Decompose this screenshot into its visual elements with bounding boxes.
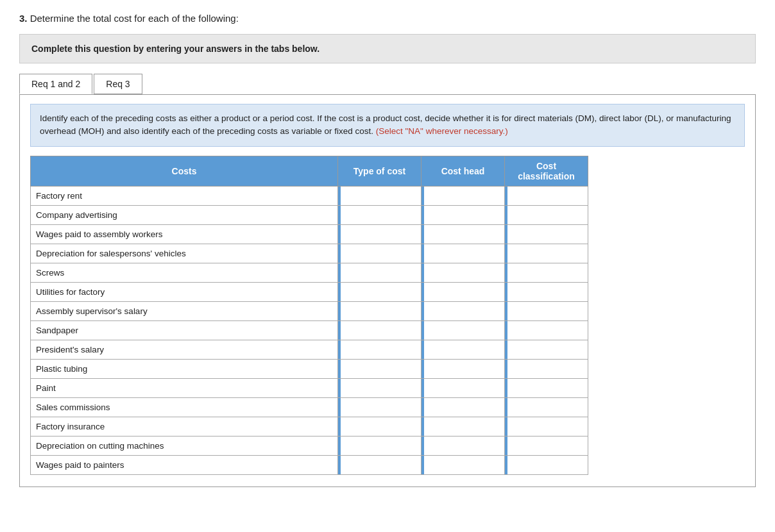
cost-classification-cell[interactable] bbox=[505, 244, 588, 263]
type-of-cost-cell[interactable] bbox=[338, 320, 422, 340]
tab-req1and2[interactable]: Req 1 and 2 bbox=[19, 74, 92, 94]
cost-head-cell[interactable] bbox=[422, 263, 505, 282]
cost-classification-cell[interactable] bbox=[505, 455, 588, 474]
cost-classification-cell[interactable] bbox=[505, 320, 588, 340]
cost-classification-input[interactable] bbox=[510, 228, 583, 240]
type-of-cost-input[interactable] bbox=[343, 324, 416, 337]
type-of-cost-input[interactable] bbox=[343, 420, 416, 433]
type-of-cost-input[interactable] bbox=[343, 228, 416, 240]
type-of-cost-cell[interactable] bbox=[338, 301, 422, 320]
cost-classification-cell[interactable] bbox=[505, 186, 588, 205]
cost-name-cell: Assembly supervisor's salary bbox=[31, 301, 338, 320]
cost-classification-cell[interactable] bbox=[505, 340, 588, 359]
cost-classification-input[interactable] bbox=[510, 440, 583, 452]
cost-name-cell: Sandpaper bbox=[31, 320, 338, 340]
type-of-cost-input[interactable] bbox=[343, 459, 416, 471]
instruction-box: Complete this question by entering your … bbox=[19, 34, 756, 63]
cost-classification-cell[interactable] bbox=[505, 205, 588, 224]
type-of-cost-cell[interactable] bbox=[338, 244, 422, 263]
cost-classification-input[interactable] bbox=[510, 420, 583, 433]
cost-classification-cell[interactable] bbox=[505, 224, 588, 244]
cost-classification-cell[interactable] bbox=[505, 359, 588, 378]
type-of-cost-cell[interactable] bbox=[338, 378, 422, 397]
type-of-cost-input[interactable] bbox=[343, 440, 416, 452]
cost-head-input[interactable] bbox=[427, 190, 499, 202]
table-row: Sales commissions bbox=[31, 397, 588, 417]
table-row: Paint bbox=[31, 378, 588, 397]
type-of-cost-input[interactable] bbox=[343, 401, 416, 413]
cost-head-cell[interactable] bbox=[422, 224, 505, 244]
cost-head-cell[interactable] bbox=[422, 244, 505, 263]
cost-head-cell[interactable] bbox=[422, 340, 505, 359]
type-of-cost-cell[interactable] bbox=[338, 397, 422, 417]
cost-classification-input[interactable] bbox=[510, 324, 583, 337]
cost-classification-input[interactable] bbox=[510, 209, 583, 221]
cost-head-cell[interactable] bbox=[422, 186, 505, 205]
cost-classification-input[interactable] bbox=[510, 401, 583, 413]
cost-head-input[interactable] bbox=[427, 344, 499, 356]
table-row: Screws bbox=[31, 263, 588, 282]
cost-classification-input[interactable] bbox=[510, 344, 583, 356]
type-of-cost-cell[interactable] bbox=[338, 359, 422, 378]
type-of-cost-cell[interactable] bbox=[338, 205, 422, 224]
cost-classification-input[interactable] bbox=[510, 459, 583, 471]
cost-classification-cell[interactable] bbox=[505, 417, 588, 436]
cost-table: Costs Type of cost Cost head Cost classi… bbox=[30, 156, 588, 475]
type-of-cost-input[interactable] bbox=[343, 209, 416, 221]
cost-head-cell[interactable] bbox=[422, 282, 505, 301]
cost-head-input[interactable] bbox=[427, 324, 499, 337]
cost-classification-cell[interactable] bbox=[505, 397, 588, 417]
cost-classification-cell[interactable] bbox=[505, 282, 588, 301]
cost-head-input[interactable] bbox=[427, 459, 499, 471]
type-of-cost-input[interactable] bbox=[343, 247, 416, 260]
cost-classification-input[interactable] bbox=[510, 382, 583, 394]
type-of-cost-cell[interactable] bbox=[338, 224, 422, 244]
cost-head-input[interactable] bbox=[427, 440, 499, 452]
type-of-cost-input[interactable] bbox=[343, 305, 416, 317]
type-of-cost-cell[interactable] bbox=[338, 417, 422, 436]
cost-head-input[interactable] bbox=[427, 401, 499, 413]
cost-head-cell[interactable] bbox=[422, 436, 505, 455]
type-of-cost-input[interactable] bbox=[343, 382, 416, 394]
cost-head-cell[interactable] bbox=[422, 320, 505, 340]
cost-head-cell[interactable] bbox=[422, 359, 505, 378]
cost-classification-input[interactable] bbox=[510, 190, 583, 202]
cost-classification-cell[interactable] bbox=[505, 378, 588, 397]
cost-head-input[interactable] bbox=[427, 420, 499, 433]
tab-req3[interactable]: Req 3 bbox=[94, 74, 142, 94]
type-of-cost-input[interactable] bbox=[343, 344, 416, 356]
cost-head-cell[interactable] bbox=[422, 205, 505, 224]
type-of-cost-cell[interactable] bbox=[338, 340, 422, 359]
cost-head-cell[interactable] bbox=[422, 455, 505, 474]
cost-head-input[interactable] bbox=[427, 247, 499, 260]
cost-classification-input[interactable] bbox=[510, 363, 583, 375]
cost-head-input[interactable] bbox=[427, 286, 499, 298]
cost-classification-input[interactable] bbox=[510, 286, 583, 298]
cost-classification-cell[interactable] bbox=[505, 263, 588, 282]
cost-head-cell[interactable] bbox=[422, 397, 505, 417]
type-of-cost-input[interactable] bbox=[343, 190, 416, 202]
type-of-cost-cell[interactable] bbox=[338, 186, 422, 205]
cost-head-input[interactable] bbox=[427, 363, 499, 375]
cost-head-input[interactable] bbox=[427, 267, 499, 279]
cost-head-input[interactable] bbox=[427, 209, 499, 221]
type-of-cost-input[interactable] bbox=[343, 267, 416, 279]
cost-classification-input[interactable] bbox=[510, 305, 583, 317]
cost-head-input[interactable] bbox=[427, 228, 499, 240]
cost-head-input[interactable] bbox=[427, 305, 499, 317]
type-of-cost-input[interactable] bbox=[343, 286, 416, 298]
type-of-cost-cell[interactable] bbox=[338, 282, 422, 301]
cost-classification-input[interactable] bbox=[510, 247, 583, 260]
cost-classification-cell[interactable] bbox=[505, 436, 588, 455]
type-of-cost-cell[interactable] bbox=[338, 436, 422, 455]
cost-head-cell[interactable] bbox=[422, 417, 505, 436]
type-of-cost-cell[interactable] bbox=[338, 263, 422, 282]
cost-classification-cell[interactable] bbox=[505, 301, 588, 320]
cost-classification-input[interactable] bbox=[510, 267, 583, 279]
table-row: Depreciation for salespersons' vehicles bbox=[31, 244, 588, 263]
cost-head-cell[interactable] bbox=[422, 378, 505, 397]
cost-head-input[interactable] bbox=[427, 382, 499, 394]
cost-head-cell[interactable] bbox=[422, 301, 505, 320]
type-of-cost-input[interactable] bbox=[343, 363, 416, 375]
type-of-cost-cell[interactable] bbox=[338, 455, 422, 474]
